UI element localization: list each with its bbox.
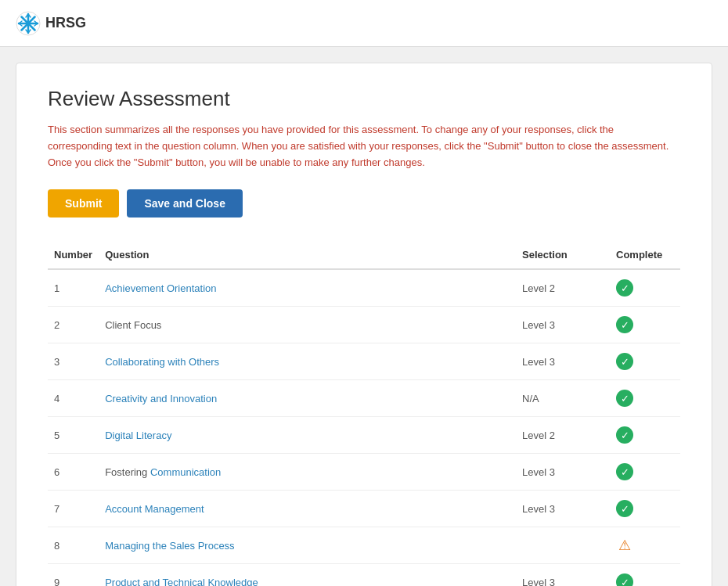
row-question: Achievement Orientation (99, 269, 516, 307)
check-icon: ✓ (616, 573, 633, 586)
row-number: 4 (48, 380, 99, 417)
question-plain-text: Client Focus (105, 319, 161, 331)
question-link[interactable]: Product and Technical Knowledge (105, 577, 258, 586)
row-selection: Level 3 (516, 564, 610, 586)
row-selection: Level 3 (516, 307, 610, 343)
page-title: Review Assessment (48, 87, 680, 111)
assessment-table: Number Question Selection Complete 1Achi… (48, 241, 680, 586)
table-row: 5Digital LiteracyLevel 2✓ (48, 417, 680, 454)
row-question: Collaborating with Others (99, 343, 516, 380)
col-header-question: Question (99, 241, 516, 269)
button-row: Submit Save and Close (48, 189, 680, 218)
row-complete: ✓ (610, 417, 680, 454)
row-number: 7 (48, 491, 99, 527)
row-question: Digital Literacy (99, 417, 516, 454)
col-header-complete: Complete (610, 241, 680, 269)
row-number: 6 (48, 454, 99, 491)
table-row: 4Creativity and InnovationN/A✓ (48, 380, 680, 417)
check-icon: ✓ (616, 316, 633, 333)
row-selection: Level 3 (516, 343, 610, 380)
question-link[interactable]: Digital Literacy (105, 430, 171, 441)
row-selection: Level 2 (516, 417, 610, 454)
row-selection: Level 2 (516, 269, 610, 307)
logo: HRSG (16, 11, 86, 36)
check-icon: ✓ (616, 426, 633, 444)
table-row: 2Client FocusLevel 3✓ (48, 307, 680, 343)
question-link[interactable]: Collaborating with Others (105, 356, 219, 368)
question-plain-text: Fostering (105, 466, 150, 478)
warning-icon: ⚠ (616, 537, 633, 554)
row-selection (516, 527, 610, 564)
table-row: 3Collaborating with OthersLevel 3✓ (48, 343, 680, 380)
row-selection: Level 3 (516, 491, 610, 527)
header: HRSG (0, 0, 728, 47)
row-number: 8 (48, 527, 99, 564)
row-complete: ✓ (610, 454, 680, 491)
question-link-partial[interactable]: Communication (150, 466, 221, 478)
row-selection: N/A (516, 380, 610, 417)
hrsg-logo-icon (16, 11, 41, 36)
row-question: Fostering Communication (99, 454, 516, 491)
row-number: 1 (48, 269, 99, 307)
row-number: 5 (48, 417, 99, 454)
question-link[interactable]: Managing the Sales Process (105, 540, 234, 552)
check-icon: ✓ (616, 500, 633, 517)
description-text: This section summarizes all the response… (48, 122, 680, 171)
table-row: 9Product and Technical KnowledgeLevel 3✓ (48, 564, 680, 586)
row-question: Client Focus (99, 307, 516, 343)
table-row: 6Fostering CommunicationLevel 3✓ (48, 454, 680, 491)
row-question: Account Management (99, 491, 516, 527)
check-icon: ✓ (616, 390, 633, 407)
row-number: 3 (48, 343, 99, 380)
question-link[interactable]: Creativity and Innovation (105, 393, 217, 404)
check-icon: ✓ (616, 353, 633, 370)
row-number: 2 (48, 307, 99, 343)
row-selection: Level 3 (516, 454, 610, 491)
row-question: Product and Technical Knowledge (99, 564, 516, 586)
row-complete: ✓ (610, 343, 680, 380)
col-header-number: Number (48, 241, 99, 269)
table-header-row: Number Question Selection Complete (48, 241, 680, 269)
row-complete: ✓ (610, 564, 680, 586)
check-icon: ✓ (616, 463, 633, 480)
row-complete: ✓ (610, 380, 680, 417)
question-link[interactable]: Achievement Orientation (105, 282, 216, 294)
question-link[interactable]: Account Management (105, 503, 204, 515)
row-complete: ✓ (610, 307, 680, 343)
save-close-button[interactable]: Save and Close (127, 189, 243, 218)
row-complete: ⚠ (610, 527, 680, 564)
table-row: 8Managing the Sales Process⚠ (48, 527, 680, 564)
col-header-selection: Selection (516, 241, 610, 269)
table-row: 7Account ManagementLevel 3✓ (48, 491, 680, 527)
row-question: Creativity and Innovation (99, 380, 516, 417)
main-container: Review Assessment This section summarize… (16, 63, 712, 586)
submit-button[interactable]: Submit (48, 189, 119, 218)
row-complete: ✓ (610, 269, 680, 307)
check-icon: ✓ (616, 279, 633, 297)
table-row: 1Achievement OrientationLevel 2✓ (48, 269, 680, 307)
row-complete: ✓ (610, 491, 680, 527)
row-number: 9 (48, 564, 99, 586)
row-question: Managing the Sales Process (99, 527, 516, 564)
logo-text: HRSG (45, 15, 86, 31)
